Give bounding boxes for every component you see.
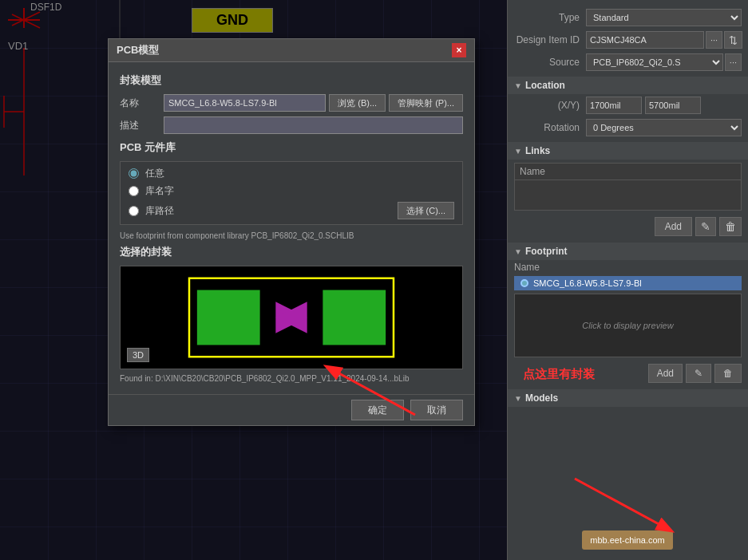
footprint-section-label: Footprint: [525, 246, 568, 257]
xy-row: (X/Y): [508, 94, 748, 116]
links-section-header: ▼ Links: [508, 142, 748, 160]
delete-link-button[interactable]: 🗑: [719, 217, 742, 236]
design-item-id-input[interactable]: [586, 31, 704, 49]
footprint-actions: Add ✎ 🗑: [508, 361, 748, 386]
footprint-preview-panel[interactable]: Click to display preview: [514, 294, 742, 357]
radio-any[interactable]: [129, 168, 139, 179]
svg-rect-13: [197, 290, 260, 345]
radio-lib-path[interactable]: [129, 206, 139, 216]
modal-close-button[interactable]: ×: [452, 43, 466, 57]
radio-libpath-row: 库路径 选择 (C)...: [129, 202, 454, 219]
links-section-label: Links: [525, 145, 550, 156]
rotation-row: Rotation 0 Degrees 90 Degrees 180 Degree…: [508, 116, 748, 139]
pcb-model-dialog: PCB模型 × 封装模型 名称 浏览 (B)... 管脚映射 (P)... 描述…: [108, 38, 475, 426]
hint-text: Use footprint from component library PCB…: [120, 231, 463, 240]
add-link-button[interactable]: Add: [655, 217, 692, 236]
xy-label: (X/Y): [514, 100, 586, 111]
radio-lib-name[interactable]: [129, 186, 139, 196]
modal-titlebar: PCB模型 ×: [109, 39, 474, 62]
footprint-svg: [121, 266, 462, 369]
coord-inputs: [586, 97, 742, 114]
location-section-header: ▼ Location: [508, 77, 748, 94]
footprint-name-row: Name: [508, 260, 748, 274]
design-item-id-icon-button[interactable]: ⇅: [724, 31, 742, 49]
pcb-lib-section-title: PCB 元件库: [120, 140, 463, 155]
links-triangle-icon: ▼: [514, 147, 522, 156]
links-name-header: Name: [515, 164, 741, 180]
radio-any-row: 任意: [129, 167, 454, 180]
radio-libpath-label: 库路径: [145, 204, 174, 218]
design-item-id-row: Design Item ID ··· ⇅: [508, 29, 748, 51]
found-text: Found in: D:\XIN\CB20\CB20\PCB_IP6802_Qi…: [120, 374, 463, 383]
pin-map-button[interactable]: 管脚映射 (P)...: [389, 94, 463, 112]
design-item-id-label: Design Item ID: [514, 34, 586, 45]
models-section-label: Models: [525, 392, 558, 404]
models-triangle-icon: ▼: [514, 394, 522, 403]
modal-footer: 确定 取消: [109, 394, 474, 425]
delete-footprint-button[interactable]: 🗑: [714, 364, 742, 383]
desc-row: 描述: [120, 116, 463, 134]
footprint-item-text: SMCG_L6.8-W5.8-LS7.9-Bl: [533, 278, 642, 288]
add-footprint-button[interactable]: Add: [648, 364, 683, 383]
source-select[interactable]: PCB_IP6802_Qi2_0.S: [586, 53, 723, 71]
radio-group: 任意 库名字 库路径 选择 (C)...: [120, 161, 463, 225]
footprint-preview: 3D: [120, 266, 463, 369]
footprint-radio-icon: [520, 279, 528, 287]
x-input[interactable]: [586, 97, 642, 114]
type-select[interactable]: Standard: [586, 9, 742, 26]
source-label: Source: [514, 57, 586, 68]
links-actions: Add ✎ 🗑: [508, 214, 748, 239]
source-row: Source PCB_IP6802_Qi2_0.S ···: [508, 51, 748, 73]
name-input[interactable]: [164, 94, 326, 112]
links-box: Name: [514, 163, 742, 211]
select-button[interactable]: 选择 (C)...: [398, 202, 455, 219]
modal-title: PCB模型: [117, 43, 159, 57]
design-item-id-dots-button[interactable]: ···: [706, 31, 722, 49]
footprint-triangle-icon: ▼: [514, 247, 522, 256]
modal-body: 封装模型 名称 浏览 (B)... 管脚映射 (P)... 描述 PCB 元件库…: [109, 62, 474, 394]
name-row: 名称 浏览 (B)... 管脚映射 (P)...: [120, 94, 463, 112]
rotation-select[interactable]: 0 Degrees 90 Degrees 180 Degrees 270 Deg…: [586, 119, 742, 136]
ok-button[interactable]: 确定: [351, 400, 404, 420]
edit-footprint-button[interactable]: ✎: [686, 364, 711, 383]
radio-libname-label: 库名字: [145, 184, 174, 198]
desc-label: 描述: [120, 119, 164, 132]
footprint-list-item[interactable]: SMCG_L6.8-W5.8-LS7.9-Bl: [514, 276, 742, 290]
radio-libname-row: 库名字: [129, 184, 454, 198]
models-section-header: ▼ Models: [508, 389, 748, 407]
cancel-button[interactable]: 取消: [410, 400, 463, 420]
rotation-label: Rotation: [514, 122, 586, 133]
footprint-model-section-title: 封装模型: [120, 73, 463, 88]
footprint-section-header: ▼ Footprint: [508, 243, 748, 260]
name-label: 名称: [120, 97, 164, 110]
desc-input[interactable]: [164, 116, 463, 134]
y-input[interactable]: [645, 97, 701, 114]
source-dots-button[interactable]: ···: [725, 53, 742, 71]
radio-any-label: 任意: [145, 167, 164, 180]
type-label: Type: [514, 12, 586, 23]
preview-panel-text: Click to display preview: [582, 321, 673, 330]
location-triangle-icon: ▼: [514, 81, 522, 90]
selected-section-title: 选择的封装: [120, 245, 463, 259]
edit-link-button[interactable]: ✎: [695, 217, 716, 236]
right-panel: Type Standard Design Item ID ··· ⇅ Sourc…: [507, 0, 748, 560]
preview-3d-button[interactable]: 3D: [127, 348, 149, 362]
svg-rect-14: [323, 290, 386, 345]
location-section-label: Location: [525, 80, 565, 91]
browse-button[interactable]: 浏览 (B)...: [329, 94, 386, 112]
type-row: Type Standard: [508, 6, 748, 29]
